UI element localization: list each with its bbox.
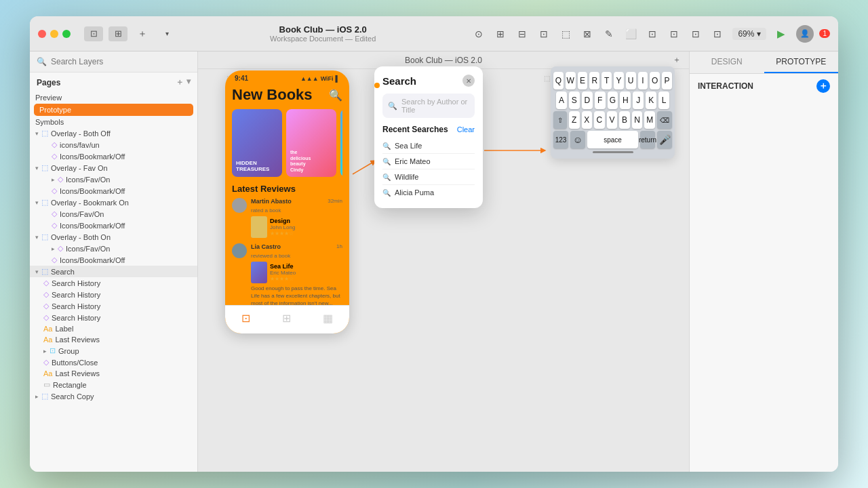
key-i[interactable]: I <box>638 72 648 89</box>
key-f[interactable]: F <box>595 92 606 109</box>
layer-item[interactable]: ◇ icons/fav/un <box>30 139 197 150</box>
sidebar-toggle-icon[interactable]: ⊡ <box>84 26 103 41</box>
page-preview[interactable]: Preview <box>30 92 197 103</box>
tab-design[interactable]: DESIGN <box>690 52 764 73</box>
more-icon[interactable]: ⊠ <box>578 25 597 43</box>
layer-item[interactable]: ▾ ⬚ Overlay - Both Off <box>30 127 197 139</box>
frame-icon[interactable]: ⬚ <box>556 25 575 43</box>
recent-item[interactable]: 🔍 Wildlife <box>382 169 475 185</box>
key-q[interactable]: Q <box>553 72 564 89</box>
key-a[interactable]: A <box>556 92 567 109</box>
add-canvas-btn[interactable]: ＋ <box>673 54 681 66</box>
key-d[interactable]: D <box>582 92 593 109</box>
mic-key[interactable]: 🎤 <box>657 131 672 148</box>
page-symbols[interactable]: Symbols <box>30 117 197 127</box>
layer-item[interactable]: ▾ ⬚ Overlay - Fav On <box>30 162 197 174</box>
recent-item[interactable]: 🔍 Eric Mateo <box>382 154 475 169</box>
key-z[interactable]: Z <box>569 111 580 129</box>
key-t[interactable]: T <box>601 72 612 89</box>
book-card[interactable] <box>340 109 342 177</box>
layer-item[interactable]: ◇ Icons/Bookmark/Off <box>30 150 197 162</box>
search-close-button[interactable]: ✕ <box>462 75 475 87</box>
crop-icon[interactable]: ⊡ <box>643 25 662 43</box>
shape-tool-icon[interactable]: ⬜ <box>621 25 640 43</box>
minimize-button[interactable] <box>50 30 58 38</box>
layer-item[interactable]: ▸ ◇ Icons/Fav/On <box>30 243 197 254</box>
layer-item[interactable]: ◇ Icons/Bookmark/Off <box>30 185 197 197</box>
layer-item[interactable]: ◇ Search History <box>30 289 197 300</box>
layer-item[interactable]: ◇ Search History <box>30 312 197 323</box>
layer-item[interactable]: ▸ ◇ Icons/Fav/On <box>30 174 197 185</box>
zoom-control[interactable]: 69% ▾ <box>732 28 766 40</box>
search-input-box[interactable]: 🔍 Search by Author or Title <box>382 94 475 118</box>
key-c[interactable]: C <box>594 111 605 129</box>
book-card[interactable]: HIDDENTREASURES <box>232 109 282 177</box>
align-icon[interactable]: ⊞ <box>491 25 510 43</box>
key-m[interactable]: M <box>644 111 655 129</box>
canvas[interactable]: Book Club — iOS 2.0 ＋ ⬚ Activity Feed Co… <box>198 52 689 472</box>
component-icon[interactable]: ⊙ <box>469 25 488 43</box>
layer-item[interactable]: ◇ Search History <box>30 277 197 289</box>
flip-icon[interactable]: ⊡ <box>708 25 727 43</box>
key-k[interactable]: K <box>646 92 656 109</box>
notification-badge[interactable]: 1 <box>819 29 830 38</box>
delete-key[interactable]: ⌫ <box>657 111 672 129</box>
distribute-icon[interactable]: ⊟ <box>513 25 532 43</box>
key-g[interactable]: G <box>608 92 618 109</box>
numbers-key[interactable]: 123 <box>553 131 568 148</box>
tab-chart-icon[interactable]: ▦ <box>323 312 333 325</box>
key-b[interactable]: B <box>619 111 630 129</box>
return-key[interactable]: return <box>640 131 655 148</box>
layer-item[interactable]: ▾ ⬚ Overlay - Bookmark On <box>30 197 197 208</box>
layer-item[interactable]: ◇ Icons/Bookmark/Off <box>30 254 197 266</box>
mirror-icon[interactable]: ⊡ <box>686 25 705 43</box>
key-h[interactable]: H <box>620 92 631 109</box>
key-r[interactable]: R <box>589 72 599 89</box>
close-button[interactable] <box>38 30 46 38</box>
user-avatar[interactable]: 👤 <box>796 25 814 43</box>
key-o[interactable]: O <box>650 72 660 89</box>
layer-item[interactable]: ◇ Icons/Bookmark/Off <box>30 220 197 231</box>
tab-home-icon[interactable]: ⊡ <box>241 312 250 325</box>
layer-item[interactable]: ◇ Icons/Fav/On <box>30 208 197 220</box>
add-button[interactable]: ＋ <box>133 25 152 43</box>
add-page-icon[interactable]: ＋ <box>176 77 184 88</box>
tab-prototype[interactable]: PROTOTYPE <box>764 52 839 73</box>
layer-item[interactable]: ◇ Buttons/Close <box>30 357 197 368</box>
recent-item[interactable]: 🔍 Alicia Puma <box>382 185 475 200</box>
layer-item-search[interactable]: ▾ ⬚ Search <box>30 266 197 277</box>
play-button[interactable]: ▶ <box>772 25 791 43</box>
clear-button[interactable]: Clear <box>457 125 475 134</box>
layer-item[interactable]: ▾ ⬚ Overlay - Both On <box>30 231 197 243</box>
key-j[interactable]: J <box>633 92 644 109</box>
layer-item[interactable]: Aa Label <box>30 323 197 334</box>
copy-icon[interactable]: ⊡ <box>665 25 684 43</box>
key-e[interactable]: E <box>578 72 588 89</box>
layer-item[interactable]: Aa Last Reviews <box>30 334 197 345</box>
key-u[interactable]: U <box>626 72 636 89</box>
maximize-button[interactable] <box>62 30 71 38</box>
key-w[interactable]: W <box>566 72 576 89</box>
layer-item-search-copy[interactable]: ▸ ⬚ Search Copy <box>30 390 197 402</box>
phone-search-icon[interactable]: 🔍 <box>329 89 342 102</box>
select-icon[interactable]: ⊡ <box>534 25 553 43</box>
layer-item[interactable]: ▸ ⊡ Group <box>30 345 197 357</box>
layer-item[interactable]: ◇ Search History <box>30 300 197 312</box>
layer-item[interactable]: ▭ Rectangle <box>30 379 197 390</box>
key-x[interactable]: X <box>582 111 593 129</box>
page-prototype[interactable]: Prototype <box>34 104 193 116</box>
chevron-down-icon[interactable]: ▾ <box>157 25 176 43</box>
key-v[interactable]: V <box>607 111 618 129</box>
key-s[interactable]: S <box>569 92 580 109</box>
key-l[interactable]: L <box>658 92 669 109</box>
space-key[interactable]: space <box>587 131 638 148</box>
key-p[interactable]: P <box>662 72 672 89</box>
pages-chevron-icon[interactable]: ▾ <box>186 77 191 88</box>
key-n[interactable]: N <box>632 111 643 129</box>
emoji-key[interactable]: ☺ <box>570 131 585 148</box>
book-card[interactable]: thedeliciousbeautyCindy <box>286 109 336 177</box>
recent-item[interactable]: 🔍 Sea Life <box>382 138 475 154</box>
key-y[interactable]: Y <box>614 72 624 89</box>
grid-icon[interactable]: ⊞ <box>108 26 127 41</box>
tab-grid-icon[interactable]: ⊞ <box>282 312 291 325</box>
